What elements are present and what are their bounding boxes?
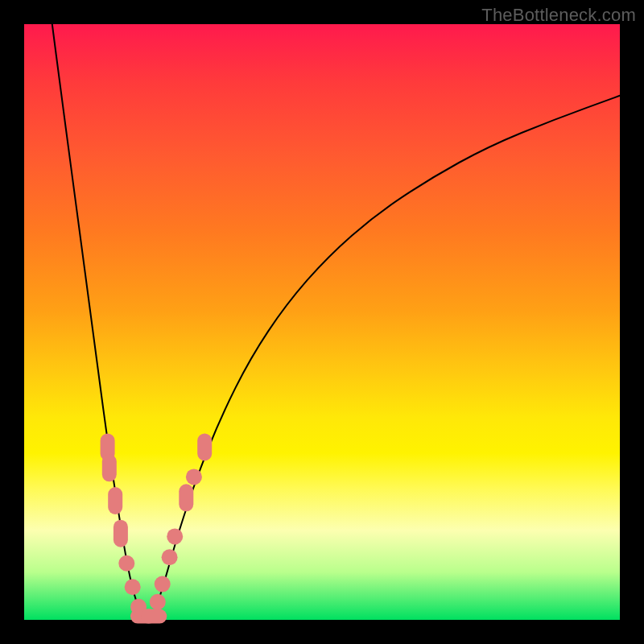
data-marker	[141, 609, 167, 624]
data-marker	[162, 549, 178, 565]
plot-area	[24, 24, 620, 620]
chart-frame: TheBottleneck.com	[0, 0, 644, 644]
watermark-label: TheBottleneck.com	[481, 5, 636, 26]
data-marker	[186, 469, 202, 485]
chart-overlay-svg	[24, 24, 620, 620]
data-marker	[118, 555, 134, 572]
marker-group	[101, 433, 213, 623]
curve-left-branch	[52, 24, 142, 617]
data-marker	[114, 520, 128, 547]
data-marker	[108, 487, 122, 514]
data-marker	[197, 433, 212, 460]
data-marker	[102, 454, 117, 481]
data-marker	[167, 528, 183, 544]
curve-right-branch	[152, 96, 620, 617]
data-marker	[179, 484, 193, 511]
data-marker	[155, 576, 171, 592]
data-marker	[125, 579, 141, 595]
data-marker	[150, 594, 166, 610]
